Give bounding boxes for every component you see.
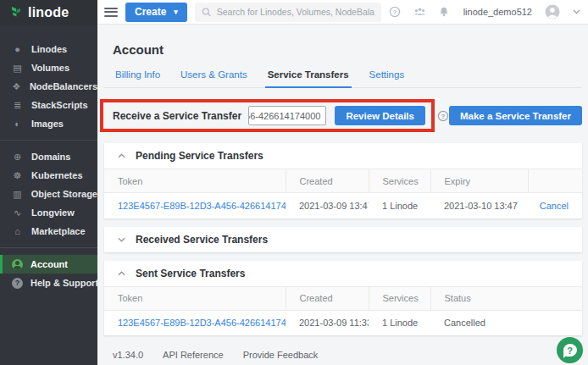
receive-transfer-label: Receive a Service Transfer	[113, 110, 241, 122]
sidebar-item-volumes[interactable]: ▤ Volumes	[0, 58, 97, 77]
sidebar-item-domains[interactable]: ⊕ Domains	[0, 147, 97, 166]
api-reference-link[interactable]: API Reference	[163, 350, 224, 360]
sidebar-nav: ● Linodes ▤ Volumes ❖ NodeBalancers ≣ St…	[0, 25, 97, 292]
sidebar-divider	[0, 247, 97, 248]
tab-billing-info[interactable]: Billing Info	[113, 65, 163, 87]
chevron-down-icon: ▾	[174, 8, 178, 16]
svg-text:?: ?	[392, 8, 397, 16]
section-title: Pending Service Transfers	[136, 150, 263, 162]
sidebar-item-label: Images	[31, 119, 64, 129]
sidebar-item-label: Domains	[31, 152, 70, 162]
sidebar-item-nodebalancers[interactable]: ❖ NodeBalancers	[0, 77, 97, 96]
question-circle-icon[interactable]: ?	[437, 110, 449, 122]
pending-transfers-table: Token Created Services Expiry 123E4567-E…	[104, 169, 582, 218]
longview-icon: ∿	[11, 207, 24, 218]
sidebar-item-account[interactable]: Account	[0, 255, 97, 274]
topbar: Create ▾ ? linode_demo512	[97, 0, 588, 25]
linode-logo-icon	[10, 6, 23, 19]
pending-transfers-card: Pending Service Transfers Token Created …	[104, 143, 582, 218]
topbar-icons: ? linode_demo512	[389, 4, 580, 19]
chevron-up-icon	[118, 271, 125, 276]
section-title: Sent Service Transfers	[136, 268, 245, 279]
column-header-expiry: Expiry	[430, 169, 528, 193]
sidebar-item-label: Linodes	[31, 44, 67, 54]
chat-question-icon: ?	[563, 344, 577, 357]
services-cell: 1 Linode	[369, 193, 430, 218]
column-header-actions	[528, 169, 582, 193]
pending-transfers-header[interactable]: Pending Service Transfers	[104, 143, 582, 169]
tab-service-transfers[interactable]: Service Transfers	[265, 65, 352, 88]
sidebar-item-label: StackScripts	[31, 100, 88, 110]
cancel-link[interactable]: Cancel	[540, 201, 569, 211]
username[interactable]: linode_demo512	[463, 7, 532, 17]
token-input-value: 123E4567-E89B-12D3-A456-426614174000	[248, 111, 320, 121]
nodebalancers-icon: ❖	[11, 81, 22, 92]
sidebar-item-label: Object Storage	[31, 189, 97, 199]
page-title: Account	[113, 42, 582, 57]
svg-text:?: ?	[441, 113, 445, 120]
review-details-button[interactable]: Review Details	[335, 106, 425, 125]
sidebar-item-images[interactable]: ◐ Images	[0, 114, 97, 133]
tab-users-grants[interactable]: Users & Grants	[178, 65, 250, 87]
token-input[interactable]: 123E4567-E89B-12D3-A456-426614174000	[248, 106, 326, 125]
sent-transfers-header[interactable]: Sent Service Transfers	[104, 261, 582, 286]
logo-text: linode	[28, 5, 69, 20]
column-header-token: Token	[104, 169, 286, 193]
created-cell: 2021-03-09 11:33	[286, 310, 369, 335]
main-content: Account Billing Info Users & Grants Serv…	[97, 25, 588, 365]
sidebar-item-label: Volumes	[31, 63, 69, 73]
token-link[interactable]: 123E4567-E89B-12D3-A456-426614174000	[118, 201, 286, 211]
object-storage-icon: ▥	[11, 189, 24, 200]
table-row: 123E4567-E89B-12D3-A456-426614174000 202…	[104, 193, 582, 218]
services-cell: 1 Linode	[369, 310, 430, 335]
sidebar-item-object-storage[interactable]: ▥ Object Storage	[0, 185, 97, 203]
make-service-transfer-button[interactable]: Make a Service Transfer	[449, 106, 582, 125]
column-header-services: Services	[369, 169, 430, 193]
column-header-created: Created	[286, 169, 369, 193]
sidebar-item-label: NodeBalancers	[30, 81, 97, 91]
help-fab-button[interactable]: ?	[557, 337, 583, 363]
domains-icon: ⊕	[11, 152, 24, 163]
notifications-bell-icon[interactable]	[439, 7, 449, 18]
tab-settings[interactable]: Settings	[367, 65, 408, 87]
sidebar-item-stackscripts[interactable]: ≣ StackScripts	[0, 96, 97, 114]
sidebar: linode ● Linodes ▤ Volumes ❖ NodeBalance…	[0, 0, 97, 365]
sidebar-item-longview[interactable]: ∿ Longview	[0, 203, 97, 222]
sent-transfers-table: Token Created Services Status 123E4567-E…	[104, 286, 582, 336]
version-label: v1.34.0	[113, 350, 143, 360]
column-header-status: Status	[430, 286, 582, 310]
avatar[interactable]	[545, 4, 560, 19]
stackscripts-icon: ≣	[11, 100, 24, 111]
marketplace-icon: ⌂	[11, 226, 24, 236]
hamburger-menu-icon[interactable]	[104, 5, 118, 19]
linode-icon: ●	[11, 44, 24, 54]
sidebar-item-linodes[interactable]: ● Linodes	[0, 40, 97, 58]
footer: v1.34.0 API Reference Provide Feedback	[113, 350, 582, 360]
sidebar-item-marketplace[interactable]: ⌂ Marketplace	[0, 222, 97, 241]
sent-transfers-card: Sent Service Transfers Token Created Ser…	[104, 261, 582, 336]
images-icon: ◐	[11, 119, 24, 129]
sidebar-item-label: Help & Support	[31, 278, 98, 288]
column-header-token: Token	[104, 286, 286, 310]
sidebar-item-help-support[interactable]: ? Help & Support	[0, 274, 97, 292]
token-link[interactable]: 123E4567-E89B-12D3-A456-426614174001	[118, 318, 286, 328]
linode-logo[interactable]: linode	[0, 0, 97, 25]
account-avatar-icon	[12, 259, 23, 270]
received-transfers-header[interactable]: Received Service Transfers	[104, 227, 582, 252]
table-header-row: Token Created Services Status	[104, 286, 582, 310]
sidebar-item-kubernetes[interactable]: ☸ Kubernetes	[0, 166, 97, 185]
search-input[interactable]	[217, 7, 374, 17]
sidebar-item-label: Kubernetes	[31, 170, 83, 180]
provide-feedback-link[interactable]: Provide Feedback	[243, 350, 319, 360]
column-header-created: Created	[286, 286, 369, 310]
search-bar[interactable]	[195, 3, 381, 22]
create-button[interactable]: Create ▾	[125, 3, 187, 22]
chevron-down-icon[interactable]	[573, 9, 580, 14]
help-circle-icon[interactable]: ?	[389, 6, 401, 18]
community-icon[interactable]	[413, 7, 426, 17]
volumes-icon: ▤	[11, 63, 24, 74]
sidebar-item-label: Longview	[31, 207, 75, 218]
section-title: Received Service Transfers	[136, 234, 268, 246]
chevron-up-icon	[118, 153, 125, 158]
table-header-row: Token Created Services Expiry	[104, 169, 582, 193]
